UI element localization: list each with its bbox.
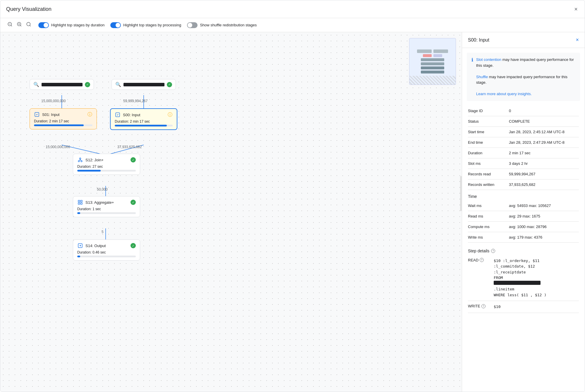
s14-node[interactable]: S14: Output ✓ Duration: 0.46 sec <box>73 239 140 261</box>
learn-more-link[interactable]: Learn more about query insights. <box>476 92 532 96</box>
datasource-2-status: ✓ <box>167 82 172 87</box>
shuffle-link[interactable]: Shuffle <box>476 75 488 79</box>
s01-header: S01: Input ⓘ <box>34 112 92 117</box>
end-time-label: End time <box>468 140 509 145</box>
slot-ms-value: 3 days 2 hr <box>509 161 579 166</box>
s12-connector-value: 50,000 <box>97 187 108 191</box>
main-content: 🔍 ✓ 15,000,000,000 🔍 ✓ 59,999,994,267 <box>0 32 585 392</box>
svg-line-21 <box>80 159 81 161</box>
status-value: COMPLETE <box>509 119 579 124</box>
zoom-out-button[interactable] <box>6 21 14 29</box>
write-ms-row: Write ms avg: 179 max: 4376 <box>468 232 579 243</box>
s00-header: S00: Input ⓘ <box>115 112 173 118</box>
s12-progress-fill <box>77 170 101 172</box>
slot-contention-link[interactable]: Slot contention <box>476 57 501 62</box>
canvas-area[interactable]: 🔍 ✓ 15,000,000,000 🔍 ✓ 59,999,994,267 <box>0 32 462 392</box>
right-panel: S00: Input × ℹ Slot contention may have … <box>462 32 585 392</box>
s12-header: S12: Join+ ✓ <box>77 157 136 163</box>
slot-ms-label: Slot ms <box>468 161 509 166</box>
read-label: READ ? <box>468 258 491 262</box>
s12-node[interactable]: S12: Join+ ✓ Duration: 27 sec <box>73 154 140 175</box>
s14-title: S14: Output <box>85 244 128 248</box>
duration-value: 2 min 17 sec <box>509 151 579 155</box>
s12-progress-bar <box>77 170 136 172</box>
read-row: READ ? $10 :l_orderkey, $11 :l_commitdat… <box>468 255 579 301</box>
s12-status: ✓ <box>131 157 136 162</box>
toggle-processing-group: ✓ Highlight top stages by processing <box>110 22 181 28</box>
read-ms-row: Read ms avg: 29 max: 1675 <box>468 211 579 222</box>
toggle-duration-switch[interactable]: ✓ <box>38 22 49 28</box>
scrollbar-track[interactable] <box>460 176 462 211</box>
stage-id-label: Stage ID <box>468 109 509 113</box>
zoom-in-button[interactable] <box>16 21 23 29</box>
s13-title: S13: Aggregate+ <box>85 200 128 205</box>
datasource-1-icon: 🔍 <box>33 82 39 87</box>
svg-point-17 <box>80 158 81 159</box>
s13-icon <box>77 199 83 205</box>
s00-status: ⓘ <box>167 112 173 117</box>
step-details-header: Step details ? <box>462 243 585 255</box>
toggle-processing-switch[interactable]: ✓ <box>110 22 121 28</box>
datasource-1-label-bar <box>42 83 83 86</box>
start-time-value: Jan 28, 2023, 2:45:12 AM UTC-8 <box>509 130 579 134</box>
toggle-shuffle-switch[interactable] <box>187 22 198 28</box>
dialog-close-button[interactable]: × <box>573 5 579 13</box>
datasource-2-icon: 🔍 <box>115 82 121 87</box>
s13-connector-value: 5 <box>102 230 104 234</box>
datasource-1-node[interactable]: 🔍 ✓ <box>30 79 94 90</box>
s01-node[interactable]: S01: Input ⓘ Duration: 2 min 17 sec <box>30 108 97 129</box>
duration-row: Duration 2 min 17 sec <box>468 148 579 158</box>
redacted-table-name <box>494 281 541 285</box>
zoom-controls <box>6 21 32 29</box>
write-help-icon[interactable]: ? <box>481 304 486 308</box>
status-label: Status <box>468 119 509 124</box>
duration-label: Duration <box>468 151 509 155</box>
s01-title: S01: Input <box>42 112 85 117</box>
s14-duration: Duration: 0.46 sec <box>77 250 136 254</box>
records-written-label: Records written <box>468 182 509 187</box>
s00-node[interactable]: S00: Input ⓘ Duration: 2 min 17 sec <box>110 108 177 130</box>
panel-title: S00: Input <box>468 37 489 43</box>
s12-title: S12: Join+ <box>85 158 128 162</box>
slot-ms-row: Slot ms 3 days 2 hr <box>468 158 579 169</box>
write-row: WRITE ? $10 <box>468 301 579 313</box>
svg-rect-25 <box>81 203 82 204</box>
read-ms-label: Read ms <box>468 214 509 218</box>
zoom-reset-button[interactable] <box>25 21 32 29</box>
records-read-label: Records read <box>468 172 509 176</box>
s13-node[interactable]: S13: Aggregate+ ✓ Duration: 1 sec <box>73 196 140 217</box>
svg-point-7 <box>27 22 30 26</box>
panel-close-button[interactable]: × <box>576 37 579 43</box>
read-ms-value: avg: 29 max: 1675 <box>509 214 579 218</box>
s14-icon <box>77 243 83 249</box>
read-help-icon[interactable]: ? <box>480 258 484 262</box>
datasource-2-node[interactable]: 🔍 ✓ <box>111 79 176 90</box>
s01-icon <box>34 112 40 117</box>
graph-container: 🔍 ✓ 15,000,000,000 🔍 ✓ 59,999,994,267 <box>0 32 462 392</box>
toggle-processing-label: Highlight top stages by processing <box>123 23 181 27</box>
records-read-value: 59,999,994,267 <box>509 172 579 176</box>
toggle-shuffle-group: Show shuffle redistribution stages <box>187 22 257 28</box>
s14-progress-bar <box>77 256 136 257</box>
query-visualization-dialog: Query Visualization × ✓ <box>0 0 585 392</box>
status-row: Status COMPLETE <box>468 116 579 127</box>
write-value: $10 <box>494 304 500 310</box>
s12-duration: Duration: 27 sec <box>77 165 136 169</box>
wait-ms-label: Wait ms <box>468 203 509 208</box>
compute-ms-row: Compute ms avg: 1000 max: 28796 <box>468 222 579 232</box>
s00-progress-bar <box>115 125 173 126</box>
write-ms-label: Write ms <box>468 235 509 239</box>
records-read-row: Records read 59,999,994,267 <box>468 169 579 179</box>
s01-progress-fill <box>34 124 84 126</box>
svg-point-18 <box>78 160 80 162</box>
wait-ms-row: Wait ms avg: 54933 max: 105627 <box>468 201 579 211</box>
svg-rect-23 <box>81 200 82 202</box>
s14-header: S14: Output ✓ <box>77 243 136 249</box>
wait-ms-value: avg: 54933 max: 105627 <box>509 203 579 208</box>
svg-line-8 <box>30 25 30 26</box>
info-table: Stage ID 0 Status COMPLETE Start time Ja… <box>462 106 585 190</box>
toggle-shuffle-label: Show shuffle redistribution stages <box>200 23 257 27</box>
svg-rect-24 <box>78 203 80 204</box>
write-label: WRITE ? <box>468 304 491 308</box>
step-details-help-icon[interactable]: ? <box>491 249 495 253</box>
